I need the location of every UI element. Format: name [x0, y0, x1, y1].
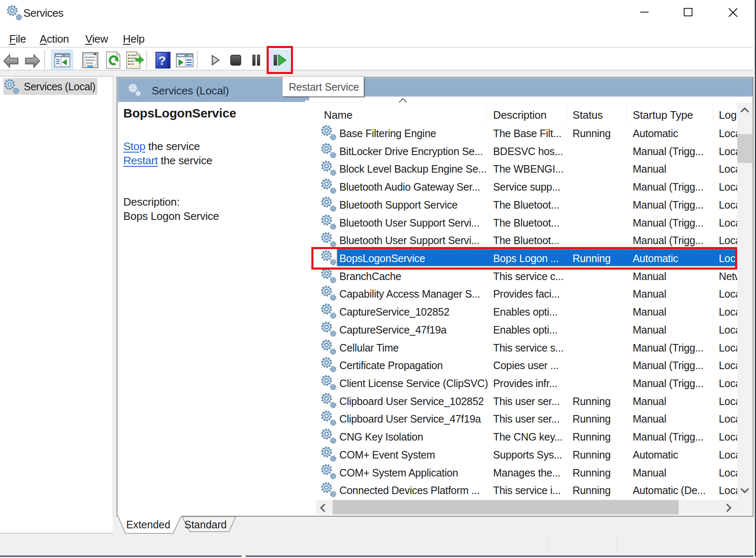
svg-text:?: ? [158, 54, 166, 67]
